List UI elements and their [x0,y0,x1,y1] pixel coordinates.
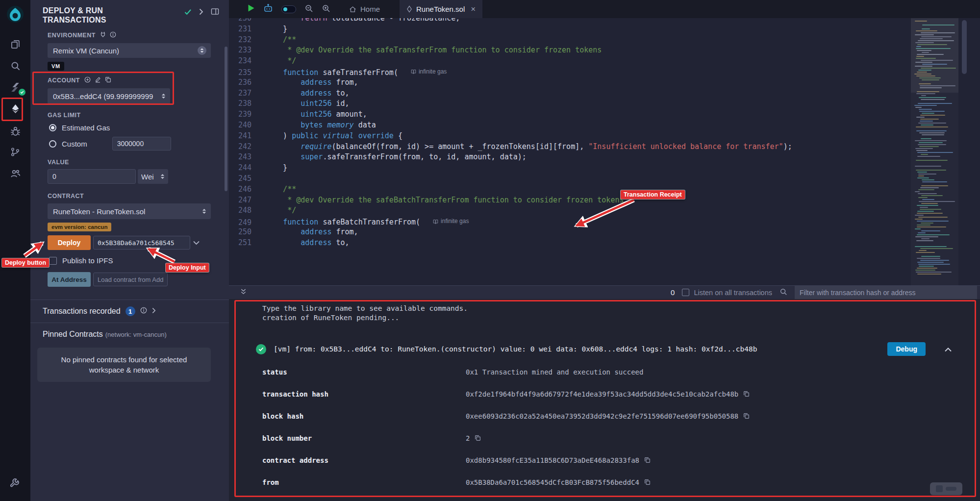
copy-icon[interactable] [644,479,651,485]
account-select[interactable]: 0x5B3...eddC4 (99.999999999 [48,88,170,104]
receipt-row: status0x1 Transaction mined and executio… [229,361,980,383]
remix-app: DEPLOY & RUN TRANSACTIONS ENVIRONMENT Re… [0,0,980,501]
code-line: 238 uint256 id, [229,99,792,109]
line-number: 247 [229,195,251,206]
panel-status-check-icon [184,8,192,17]
receipt-key: status [262,368,466,376]
debugger-icon[interactable] [4,120,26,141]
gas-custom-input[interactable] [112,137,171,150]
copilot-toggle[interactable] [281,5,296,13]
environment-value: Remix VM (Cancun) [53,47,198,55]
settings-icon[interactable] [4,473,26,494]
transactions-recorded-section[interactable]: Transactions recorded 1 [30,300,229,323]
tab-close-icon[interactable]: × [471,5,476,13]
deploy-expand-caret-icon[interactable] [193,238,200,247]
deploy-input[interactable] [93,236,190,250]
sign-message-icon[interactable] [95,76,101,84]
copy-icon[interactable] [475,435,481,441]
gas-custom-radio[interactable] [49,140,56,148]
receipt-row: block hash0xee6093d236c02a52a450ea73952d… [229,405,980,427]
gas-estimated-radio[interactable] [49,124,56,131]
git-icon[interactable] [4,141,26,163]
receipt-value: 0xf2de1f964bfd4f9a6d67972f4e1dea39f53ac3… [466,390,750,398]
code-line: 236 address from, [229,77,792,88]
run-script-icon[interactable] [248,4,255,14]
file-explorer-icon[interactable] [4,33,26,55]
listen-label: Listen on all transactions [694,289,772,297]
copy-icon[interactable] [743,391,750,397]
plugin-manager-icon[interactable] [4,163,26,184]
minimap[interactable] [911,18,958,285]
gas-estimated-option[interactable]: Estimated Gas [49,124,211,132]
code-line: 246 /** [229,184,792,195]
fork-state-icon[interactable] [100,31,106,39]
tab-runetoken[interactable]: RuneToken.sol × [400,0,482,18]
value-input[interactable] [48,169,136,184]
line-number: 231 [229,24,251,35]
compile-success-badge [19,89,25,96]
debug-button[interactable]: Debug [887,342,926,356]
environment-select[interactable]: Remix VM (Cancun) [48,43,211,58]
editor-scrollbar[interactable] [962,20,967,74]
zoom-in-icon[interactable] [322,4,330,15]
terminal-search-icon[interactable] [779,288,787,298]
receipt-value: 0xee6093d236c02a52a450ea73952d3dd942c9e2… [466,412,750,420]
value-unit-stepper-icon [160,173,165,181]
panel-pin-chevron-icon[interactable] [199,8,203,17]
zoom-out-icon[interactable] [304,4,313,15]
receipt-row: from0x5B38Da6a701c568545dCfcB03FcB875f56… [229,471,980,493]
line-number: 248 [229,205,251,216]
line-number: 234 [229,56,251,67]
value-label: VALUE [48,159,69,166]
contract-select[interactable]: RuneToken - RuneToken.sol [48,203,211,219]
panel-layout-icon[interactable] [211,8,219,17]
line-number: 240 [229,120,251,131]
receipt-table: status0x1 Transaction mined and executio… [229,361,980,493]
at-address-button[interactable]: At Address [48,272,91,287]
code-line: 245 [229,174,792,184]
publish-label: Publish to IPFS [62,256,113,265]
solidity-compiler-icon[interactable] [4,76,26,98]
terminal-intro-line: Type the library name to see available c… [262,304,980,313]
at-address-input[interactable] [93,273,168,286]
environment-info-icon[interactable] [110,31,116,39]
receipt-row: block number2 [229,427,980,449]
value-unit-select[interactable]: Wei [138,169,168,184]
listen-checkbox[interactable] [682,289,689,296]
deploy-and-run-icon[interactable] [4,98,26,120]
create-account-icon[interactable] [84,76,91,84]
receipt-collapse-icon[interactable] [945,345,952,354]
remix-ai-icon[interactable] [263,4,273,14]
panel-scrollbar[interactable] [225,47,227,191]
panel-title: DEPLOY & RUN TRANSACTIONS [43,6,136,25]
transactions-info-icon[interactable] [140,307,147,316]
copy-account-icon[interactable] [105,76,111,84]
gas-custom-label: Custom [62,140,87,148]
remix-logo-icon[interactable] [5,4,25,25]
terminal-collapse-icon[interactable] [240,288,247,297]
code-line: 242 require(balanceOf(from, id) >= amoun… [229,142,792,152]
code-editor[interactable]: 230 return totalBalance - frozenBalance;… [229,18,980,285]
contract-value: RuneToken - RuneToken.sol [53,207,199,216]
line-number: 241 [229,131,251,142]
terminal[interactable]: Type the library name to see available c… [229,299,980,501]
transaction-receipt-summary[interactable]: [vm] from: 0x5B3...eddC4 to: RuneToken.(… [256,342,952,356]
line-number: 250 [229,227,251,238]
copy-icon[interactable] [743,413,750,419]
code-line: 235 function safeTransferFrom(infinite g… [229,67,792,77]
copy-icon[interactable] [644,457,651,463]
deploy-button[interactable]: Deploy [48,235,91,250]
terminal-filter-input[interactable] [795,286,977,300]
gas-custom-option[interactable]: Custom [49,137,211,150]
listen-all-transactions-option[interactable]: Listen on all transactions [682,289,772,297]
environment-caret-icon [198,46,206,55]
deploy-run-panel: DEPLOY & RUN TRANSACTIONS ENVIRONMENT Re… [30,0,229,501]
receipt-key: from [262,478,466,486]
publish-checkbox[interactable] [49,257,57,265]
publish-to-ipfs-option[interactable]: Publish to IPFS [49,256,229,265]
account-label: ACCOUNT [48,77,80,84]
transactions-expand-chevron-icon[interactable] [152,307,156,316]
search-icon[interactable] [4,55,26,76]
tab-home[interactable]: Home [342,0,387,18]
receipt-key: block hash [262,412,466,420]
